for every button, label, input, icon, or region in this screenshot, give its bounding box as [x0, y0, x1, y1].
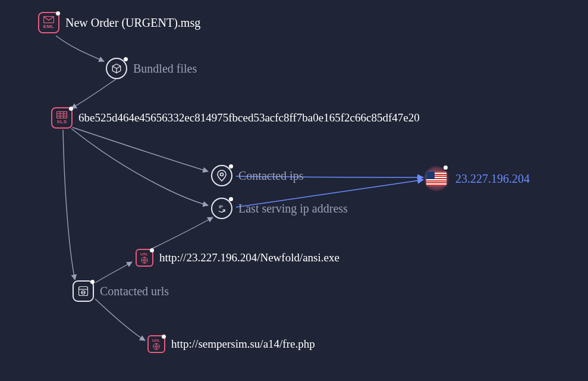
- node-label: Contacted urls: [100, 285, 169, 298]
- location-pin-icon: [211, 165, 232, 186]
- node-label: Last serving ip address: [238, 202, 348, 216]
- node-xls[interactable]: XLS 6be525d464e45656332ec814975fbced53ac…: [51, 107, 420, 129]
- ip-refresh-icon: IP: [211, 198, 232, 219]
- node-label: 23.227.196.204: [455, 172, 530, 186]
- eml-file-icon: EML: [38, 12, 59, 33]
- us-flag-icon: [423, 165, 449, 192]
- node-contacted-ips[interactable]: Contacted ips: [211, 165, 303, 186]
- node-label: 6be525d464e45656332ec814975fbced53acfc8f…: [78, 111, 420, 124]
- node-label: New Order (URGENT).msg: [65, 16, 200, 30]
- node-contacted-urls[interactable]: Contacted urls: [73, 280, 169, 302]
- url-file-icon: URL: [147, 335, 165, 353]
- node-bundled-files[interactable]: Bundled files: [106, 58, 197, 79]
- node-label: Bundled files: [133, 62, 197, 76]
- xls-file-icon: XLS: [51, 107, 73, 129]
- node-ip-address[interactable]: 23.227.196.204: [423, 165, 530, 192]
- node-label: http://23.227.196.204/Newfold/ansi.exe: [159, 251, 339, 264]
- browser-icon: [73, 280, 94, 302]
- node-eml[interactable]: EML New Order (URGENT).msg: [38, 12, 200, 33]
- node-last-serving-ip[interactable]: IP Last serving ip address: [211, 198, 348, 219]
- node-label: Contacted ips: [238, 169, 303, 183]
- package-icon: [106, 58, 127, 79]
- url-file-icon: URL: [136, 249, 153, 267]
- node-url-2[interactable]: URL http://sempersim.su/a14/fre.php: [147, 335, 315, 353]
- node-label: http://sempersim.su/a14/fre.php: [171, 338, 315, 351]
- svg-point-6: [221, 173, 224, 176]
- svg-rect-1: [57, 112, 67, 118]
- node-url-1[interactable]: URL http://23.227.196.204/Newfold/ansi.e…: [136, 249, 339, 267]
- svg-text:IP: IP: [219, 204, 223, 210]
